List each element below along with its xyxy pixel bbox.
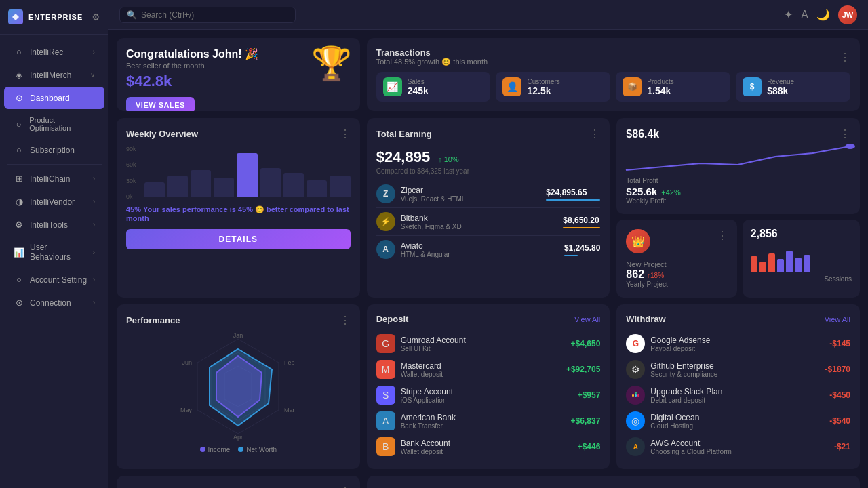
mastercard-logo: M [376,360,395,379]
user-behaviours-icon: 📊 [14,247,24,258]
subscription-icon: ○ [14,145,24,155]
deposit-bank-account: B Bank Account Wallet deposit +$446 [376,434,601,460]
withdraw-card: Withdraw View All G Google Adsense Paypa… [616,304,860,469]
earning-title: Total Earning [376,129,432,139]
bar-0 [144,182,165,197]
mastercard-info: Mastercard Wallet deposit [401,361,561,378]
translate-icon[interactable]: A [801,9,808,21]
aviato-value: $1,245.80 [564,243,600,253]
bitbank-info: Bitbank Sketch, Figma & XD [401,214,558,230]
user-avatar[interactable]: JW [838,5,857,24]
weekly-performance-text: 45% Your sales performance is 45% 😊 bett… [126,205,351,222]
sidebar-item-connection[interactable]: ⊙ Connection › [4,291,104,314]
sidebar-settings-icon[interactable]: ⚙ [92,12,100,22]
sidebar-item-intellitools[interactable]: ⚙ IntelliTools › [4,214,104,236]
total-earning-card: Total Earning ⋮ $24,895 ↑ 10% Compared t… [367,118,610,298]
sidebar-item-dashboard[interactable]: ⊙ Dashboard [4,87,104,109]
sidebar-item-intellichain[interactable]: ⊞ IntelliChain › [4,167,104,190]
transactions-menu-icon[interactable]: ⋮ [840,51,850,64]
s-bar-4 [786,251,793,272]
customers-icon: 👤 [502,77,521,96]
bar-6 [283,173,304,197]
aws-info: AWS Account Choosing a Cloud Platform [650,439,829,455]
sessions-count: 2,856 [751,228,852,240]
theme-icon[interactable]: 🌙 [816,8,830,21]
deposit-title: Deposit [376,314,409,324]
svg-rect-12 [632,394,634,396]
product-opt-icon: ○ [14,119,24,129]
aws-amount: -$21 [834,442,850,451]
trophy-icon: 🏆 [311,45,352,83]
search-input[interactable] [141,10,288,20]
deposit-card: Deposit View All G Gumroad Account Sell … [367,304,610,469]
withdraw-view-all[interactable]: View All [825,315,850,323]
chevron-right-icon-5: › [93,249,95,256]
sidebar: ENTERPRISE ⚙ ○ IntelliRec › ◈ IntelliMer… [0,0,108,488]
google-logo: G [626,334,645,353]
sales-countries-menu-icon[interactable]: ⋮ [340,485,351,488]
gumroad-amount: +$4,650 [571,339,601,348]
sidebar-nav: ○ IntelliRec › ◈ IntelliMerch ∨ ⊙ Dashbo… [0,35,108,488]
bar-4-active [237,153,257,197]
search-icon: 🔍 [127,10,137,20]
american-bank-info: American Bank Bank Transfer [401,413,566,430]
profit-menu-icon[interactable]: ⋮ [840,127,850,140]
deposit-stripe: S Stripe Account iOS Application +$957 [376,382,601,408]
withdraw-aws: A AWS Account Choosing a Cloud Platform … [626,434,850,460]
sessions-card: 2,856 Sessions [743,220,860,298]
bank-account-info: Bank Account Wallet deposit [401,439,572,455]
sidebar-item-intellivendor[interactable]: ◑ IntelliVendor › [4,190,104,213]
sidebar-item-user-behaviours[interactable]: 📊 User Behaviours › [4,237,104,268]
svg-text:Feb: Feb [284,359,295,366]
sidebar-item-account-setting[interactable]: ○ Account Setting › [4,268,104,291]
view-sales-button[interactable]: VIEW SALES [126,97,195,111]
sidebar-item-intellirec[interactable]: ○ IntelliRec › [4,41,104,63]
transactions-growth: Total 48.5% growth 😊 this month [376,58,488,66]
sidebar-item-intellimerch[interactable]: ◈ IntelliMerch ∨ [4,64,104,86]
sidebar-item-product-opt[interactable]: ○ Product Optimisation [4,110,104,138]
deposit-mastercard: M Mastercard Wallet deposit +$92,705 [376,357,601,382]
earning-menu-icon[interactable]: ⋮ [589,127,600,140]
svg-rect-13 [635,392,637,394]
s-bar-6 [804,255,810,272]
sparkle-icon[interactable]: ✦ [784,8,793,21]
products-value: 1.54k [647,85,673,96]
performance-menu-icon[interactable]: ⋮ [340,314,351,327]
zipcar-name: Zipcar [401,186,541,195]
revenue-label: Revenue [767,78,794,85]
performance-card: Performance ⋮ Jan Feb Mar Apr May Jun [117,304,360,469]
stripe-logo: S [376,386,395,405]
s-bar-2 [768,253,775,272]
sessions-bars [751,245,852,272]
sales-value: 245k [408,85,429,96]
zipcar-tech: Vuejs, React & HTML [401,195,541,203]
chevron-right-icon-4: › [93,221,95,228]
zipcar-logo: Z [376,184,395,203]
intellitools-icon: ⚙ [14,220,24,230]
chevron-down-icon: ∨ [90,71,95,79]
stat-customers: 👤 Customers 12.5k [496,72,610,102]
slack-info: Upgrade Slack Plan Debit card deposit [650,387,824,404]
svg-rect-14 [635,394,637,396]
search-box[interactable]: 🔍 [119,7,296,23]
project-menu-icon[interactable]: ⋮ [717,229,728,258]
y-label-30k: 30k [126,178,136,184]
earning-compare: Compared to $84,325 last year [376,167,601,175]
aviato-logo: A [376,240,395,259]
bitbank-value: $8,650.20 [563,216,600,225]
intellirec-icon: ○ [14,47,24,57]
deposit-items: G Gumroad Account Sell UI Kit +$4,650 M … [376,331,601,460]
weekly-menu-icon[interactable]: ⋮ [340,127,351,140]
deposit-view-all[interactable]: View All [574,315,600,323]
sidebar-item-subscription[interactable]: ○ Subscription [4,139,104,161]
project-value: 862 [626,268,644,281]
dashboard-content: Congratulations John! 🎉 Best seller of t… [108,30,868,488]
performance-title: Performance [126,315,180,325]
s-bar-5 [795,258,802,272]
details-button[interactable]: DETAILS [126,229,351,249]
withdraw-title: Withdraw [626,314,665,324]
account-setting-icon: ○ [14,274,24,285]
revenue-icon: $ [743,77,762,96]
transactions-title: Transactions [376,47,488,58]
products-label: Products [647,78,673,85]
